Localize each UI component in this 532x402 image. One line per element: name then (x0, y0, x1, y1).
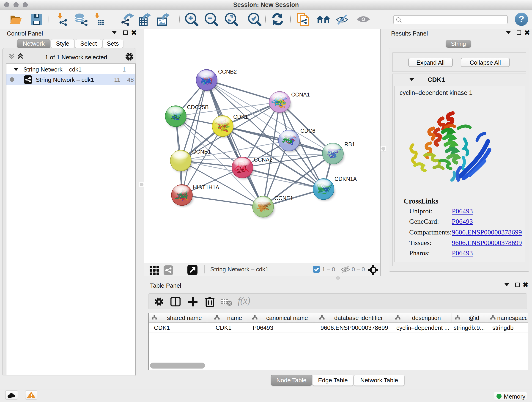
svg-text:CCNB2: CCNB2 (218, 69, 237, 75)
svg-text:CCNA2: CCNA2 (254, 157, 272, 163)
svg-text:CDK1: CDK1 (233, 114, 248, 120)
svg-text:HIST1H1A: HIST1H1A (193, 184, 219, 191)
svg-text:CCNE1: CCNE1 (274, 195, 293, 201)
svg-text:CCNA1: CCNA1 (291, 91, 310, 98)
svg-text:CDKN1A: CDKN1A (335, 176, 357, 182)
svg-text:CDC25B: CDC25B (187, 104, 209, 110)
svg-text:RB1: RB1 (344, 141, 355, 147)
svg-text:CCNB1: CCNB1 (192, 148, 211, 155)
svg-text:CDC6: CDC6 (300, 128, 315, 134)
